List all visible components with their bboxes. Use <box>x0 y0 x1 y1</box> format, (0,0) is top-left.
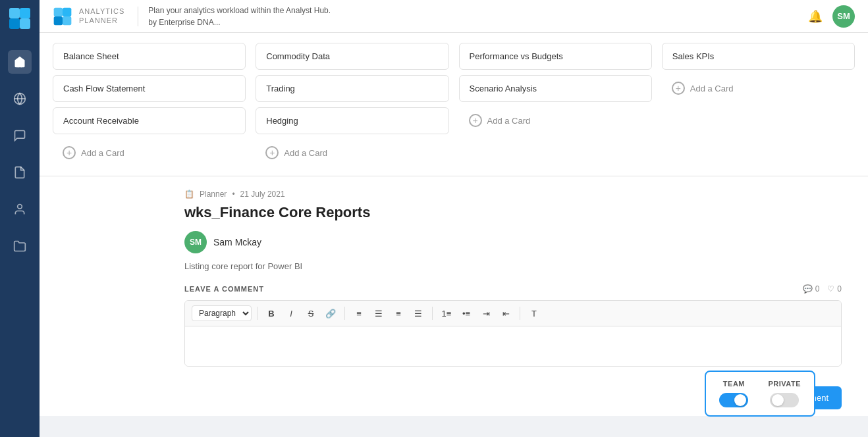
svg-rect-9 <box>54 16 63 25</box>
private-toggle-thumb <box>772 394 784 406</box>
code-button[interactable]: T <box>526 305 543 322</box>
detail-section: 📋 Planner • 21 July 2021 wks_Finance Cor… <box>40 176 868 284</box>
kanban-card-cash-flow[interactable]: Cash Flow Statement <box>53 75 246 102</box>
svg-rect-3 <box>20 18 30 29</box>
paragraph-select[interactable]: Paragraph <box>192 305 252 321</box>
kanban-card-performance[interactable]: Performance vs Budgets <box>459 43 652 70</box>
topbar-tagline: Plan your analytics workload within the … <box>148 5 331 28</box>
tagline-line1: Plan your analytics workload within the … <box>148 5 331 16</box>
comment-bubble-icon: 💬 <box>803 284 813 294</box>
team-label: TEAM <box>723 380 745 388</box>
add-card-col2-button[interactable]: + Add a Card <box>256 140 448 166</box>
author-name: Sam Mckay <box>213 237 261 247</box>
strikethrough-button[interactable]: S <box>302 305 319 322</box>
private-label: PRIVATE <box>768 380 801 388</box>
kanban-card-trading[interactable]: Trading <box>256 75 448 102</box>
svg-rect-0 <box>9 8 20 18</box>
italic-button[interactable]: I <box>283 305 300 322</box>
add-card-col1-icon: + <box>63 146 76 159</box>
team-toggle-thumb <box>734 394 746 406</box>
kanban-card-balance-sheet[interactable]: Balance Sheet <box>53 43 246 70</box>
ordered-list-button[interactable]: 1≡ <box>438 305 455 322</box>
add-card-col4-button[interactable]: + Add a Card <box>662 75 855 101</box>
comment-header: LEAVE A COMMENT 💬 0 ♡ 0 <box>184 284 842 294</box>
user-avatar[interactable]: SM <box>832 5 855 28</box>
kanban-column-3: Performance vs Budgets Scenario Analysis… <box>459 43 652 166</box>
kanban-columns: Balance Sheet Cash Flow Statement Accoun… <box>53 43 855 166</box>
add-card-col3-button[interactable]: + Add a Card <box>459 107 652 134</box>
editor-toolbar: Paragraph B I S 🔗 ≡ ☰ ≡ ☰ 1≡ •≡ ⇥ ⇤ <box>185 301 841 326</box>
team-toggle[interactable] <box>719 393 748 407</box>
app-name-line1: ANALYTICS <box>79 7 124 16</box>
comment-counts: 💬 0 ♡ 0 <box>803 284 842 294</box>
tagline-line2: by Enterprise DNA... <box>148 16 331 28</box>
kanban-card-scenario[interactable]: Scenario Analysis <box>459 75 652 102</box>
app-name-line2: PLANNER <box>79 16 124 25</box>
app-name: ANALYTICS PLANNER <box>79 7 124 24</box>
align-left-button[interactable]: ≡ <box>350 305 367 322</box>
kanban-board: Balance Sheet Cash Flow Statement Accoun… <box>40 33 868 176</box>
toolbar-divider-4 <box>520 307 520 320</box>
kanban-column-2: Commodity Data Trading Hedging + Add a C… <box>256 43 448 166</box>
author-avatar: SM <box>184 231 207 253</box>
svg-rect-1 <box>20 8 30 18</box>
heart-icon: ♡ <box>827 284 834 294</box>
align-right-button[interactable]: ≡ <box>390 305 407 322</box>
detail-date: 21 July 2021 <box>240 190 285 199</box>
detail-description: Listing core report for Power BI <box>184 261 815 271</box>
sidebar-item-user[interactable] <box>8 197 32 221</box>
detail-meta: 📋 Planner • 21 July 2021 <box>184 190 815 199</box>
add-card-col4-icon: + <box>672 82 685 95</box>
main-wrapper: Balance Sheet Cash Flow Statement Accoun… <box>40 33 868 437</box>
sidebar-logo <box>8 7 32 30</box>
comments-section: LEAVE A COMMENT 💬 0 ♡ 0 Paragraph <box>40 284 868 380</box>
add-card-col2-label: Add a Card <box>284 148 327 158</box>
outdent-button[interactable]: ⇤ <box>497 305 514 322</box>
sidebar-item-document[interactable] <box>8 161 32 184</box>
unordered-list-button[interactable]: •≡ <box>458 305 475 322</box>
leave-comment-label: LEAVE A COMMENT <box>184 285 264 293</box>
sidebar-item-home[interactable] <box>8 50 32 74</box>
svg-rect-2 <box>9 18 20 29</box>
add-card-col3-icon: + <box>469 114 482 127</box>
kanban-card-hedging[interactable]: Hedging <box>256 107 448 134</box>
private-toggle[interactable] <box>770 393 799 407</box>
align-center-button[interactable]: ☰ <box>370 305 387 322</box>
svg-rect-7 <box>54 7 63 16</box>
comment-editor: Paragraph B I S 🔗 ≡ ☰ ≡ ☰ 1≡ •≡ ⇥ ⇤ <box>184 300 842 367</box>
kanban-card-account-receivable[interactable]: Account Receivable <box>53 107 246 134</box>
add-card-col1-button[interactable]: + Add a Card <box>53 140 246 166</box>
add-card-col2-icon: + <box>265 146 279 159</box>
visibility-panel: TEAM PRIVATE <box>705 371 815 417</box>
comment-count-value: 0 <box>815 284 820 294</box>
add-card-col1-label: Add a Card <box>81 148 124 158</box>
detail-meta-icon: 📋 <box>184 190 194 199</box>
topbar-right: 🔔 SM <box>808 5 855 28</box>
sidebar-item-chat[interactable] <box>8 124 32 147</box>
sidebar-item-folder[interactable] <box>8 234 32 258</box>
topbar-logo: ANALYTICS PLANNER <box>53 7 124 26</box>
svg-rect-8 <box>63 7 71 16</box>
kanban-card-sales-kpis[interactable]: Sales KPIs <box>662 43 855 70</box>
align-justify-button[interactable]: ☰ <box>410 305 427 322</box>
svg-point-6 <box>18 205 22 209</box>
sidebar-item-globe[interactable] <box>8 87 32 111</box>
add-card-col3-label: Add a Card <box>487 116 531 126</box>
topbar-divider <box>138 7 138 26</box>
bold-button[interactable]: B <box>263 305 280 322</box>
comment-input[interactable] <box>185 326 841 366</box>
detail-dot: • <box>232 190 234 199</box>
kanban-column-1: Balance Sheet Cash Flow Statement Accoun… <box>53 43 246 166</box>
indent-button[interactable]: ⇥ <box>477 305 495 322</box>
kanban-column-4: Sales KPIs + Add a Card <box>662 43 855 166</box>
toolbar-divider-1 <box>257 307 258 320</box>
link-button[interactable]: 🔗 <box>322 305 339 322</box>
team-visibility-option: TEAM <box>719 380 748 407</box>
svg-rect-10 <box>63 16 71 25</box>
private-visibility-option: PRIVATE <box>768 380 801 407</box>
toolbar-divider-3 <box>432 307 433 320</box>
kanban-card-commodity[interactable]: Commodity Data <box>256 43 448 70</box>
notification-bell-icon[interactable]: 🔔 <box>808 9 823 24</box>
main-content: ANALYTICS PLANNER Plan your analytics wo… <box>40 0 868 437</box>
add-card-col4-label: Add a Card <box>690 84 734 93</box>
